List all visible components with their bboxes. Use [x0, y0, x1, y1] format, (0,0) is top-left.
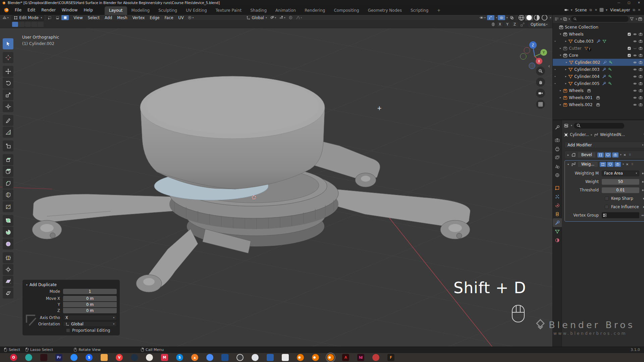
taskbar-premiere-icon[interactable]: Pr [55, 354, 62, 361]
render-visibility-icon[interactable] [639, 67, 643, 72]
exclude-checkbox-icon[interactable] [627, 32, 631, 36]
vertex-group-input[interactable] [602, 212, 639, 218]
expand-bevel-icon[interactable]: ▸ [566, 153, 570, 156]
mode-field[interactable]: 1 [63, 289, 117, 294]
zoom-button[interactable] [536, 66, 545, 76]
tool-bevel[interactable] [3, 178, 13, 189]
tool-loop-cut[interactable] [3, 189, 13, 200]
tab-modeling[interactable]: Modeling [127, 6, 154, 15]
expand-icon[interactable]: ▸ [564, 61, 569, 64]
tool-cursor[interactable] [3, 52, 13, 63]
threshold-field[interactable]: 0.01 [602, 187, 639, 193]
outliner-row-core-collection[interactable]: ▾ Core [553, 52, 644, 59]
weighted-editmode-toggle[interactable] [600, 162, 606, 167]
tool-inset-faces[interactable] [3, 166, 13, 177]
taskbar-fl-studio-icon[interactable]: F [387, 354, 394, 361]
hidden-eye-icon[interactable] [633, 46, 637, 50]
move-x-field[interactable]: 0 m [63, 296, 117, 301]
menu-file[interactable]: File [12, 6, 24, 14]
device-model[interactable] [32, 76, 470, 292]
tab-view-layer[interactable] [553, 153, 562, 162]
unlink-scene-icon[interactable]: ✕ [594, 8, 598, 12]
animate-dot[interactable] [642, 189, 644, 191]
tool-spin[interactable] [3, 227, 13, 238]
expand-icon[interactable]: ▾ [558, 33, 563, 36]
orientation-dropdown[interactable]: Global ▾ [245, 15, 268, 20]
weighted-delete-icon[interactable]: ✕ [625, 163, 630, 166]
viewport-canvas[interactable]: User Orthographic (1) Cylinder.002 + [0, 28, 552, 347]
transform-pivot-dropdown[interactable]: ▾ [186, 15, 195, 20]
tool-annotate[interactable] [3, 115, 13, 126]
taskbar-zoom-icon[interactable] [70, 354, 77, 361]
tab-uv-editing[interactable]: UV Editing [181, 6, 211, 15]
proportional-editing-button[interactable] [287, 15, 294, 20]
animate-dot[interactable] [642, 173, 644, 174]
taskbar-blender-1-icon[interactable] [297, 354, 304, 361]
tool-transform[interactable] [3, 101, 13, 112]
hide-eye-icon[interactable] [633, 82, 637, 86]
expand-icon[interactable]: ▸ [558, 47, 563, 50]
hide-eye-icon[interactable] [633, 75, 637, 79]
shading-rendered-button[interactable] [541, 15, 548, 20]
taskbar-notepad-icon[interactable] [282, 354, 289, 361]
gizmos-toggle[interactable] [487, 15, 494, 20]
bevel-name[interactable]: Bevel [578, 152, 595, 157]
properties-editor-chevron-icon[interactable]: ▾ [571, 124, 572, 127]
render-visibility-icon[interactable] [639, 60, 643, 64]
viewport-menu-uv[interactable]: UV [176, 15, 186, 20]
hide-eye-icon[interactable] [633, 32, 637, 36]
weighting-mode-dropdown[interactable]: Face Area ▾ [602, 171, 639, 176]
filter-chevron-icon[interactable]: ▾ [636, 18, 637, 20]
expand-icon[interactable]: ▸ [564, 82, 568, 85]
viewport-menu-add[interactable]: Add [102, 15, 114, 20]
outliner-row-wheels-collection[interactable]: ▾ Wheels [553, 31, 644, 38]
editor-type-button[interactable]: ▾ [1, 15, 10, 20]
new-collection-icon[interactable] [638, 17, 642, 21]
taskbar-globe-browser-icon[interactable] [131, 354, 138, 361]
expand-icon[interactable]: ▸ [558, 89, 563, 92]
tab-tool[interactable] [553, 123, 562, 132]
tab-compositing[interactable]: Compositing [329, 6, 363, 15]
gizmo-y-axis[interactable]: Y [542, 51, 545, 54]
camera-view-button[interactable] [536, 89, 545, 98]
viewport-menu-select[interactable]: Select [86, 15, 102, 20]
visibility-dropdown[interactable]: ▾ [478, 15, 487, 20]
taskbar-outlook-icon[interactable] [221, 354, 228, 361]
close-button[interactable]: ✕ [634, 0, 644, 5]
scene-chevron-icon[interactable]: ▾ [570, 8, 573, 12]
bevel-drag-handle[interactable]: ⠿ [629, 153, 631, 156]
tool-smooth[interactable] [3, 238, 13, 250]
view-layer-chevron-icon[interactable]: ▾ [605, 8, 608, 12]
render-visibility-icon[interactable] [639, 96, 643, 100]
shading-material-button[interactable] [533, 15, 541, 20]
face-select-button[interactable] [61, 15, 69, 20]
menu-window[interactable]: Window [59, 6, 80, 14]
taskbar-folder-icon[interactable] [101, 354, 108, 361]
hide-eye-icon[interactable] [633, 96, 637, 100]
viewport-menu-face[interactable]: Face [162, 15, 176, 20]
outliner-editor-chevron-icon[interactable]: ▾ [569, 18, 570, 20]
snap-target-button[interactable]: ▾ [278, 15, 286, 20]
taskbar-blender-2-icon[interactable] [312, 354, 319, 361]
gizmos-chevron-icon[interactable]: ▾ [496, 16, 497, 19]
taskbar-camera-ring-icon[interactable] [236, 354, 244, 361]
outliner-editor-icon[interactable] [563, 17, 567, 21]
outliner-search-input[interactable] [571, 16, 629, 22]
pan-button[interactable] [536, 78, 545, 87]
weight-field[interactable]: 50 [602, 179, 639, 185]
modifier-wrench-icon[interactable] [602, 75, 606, 79]
overlays-toggle[interactable] [498, 15, 505, 20]
tab-render[interactable] [553, 136, 562, 144]
perspective-toggle-button[interactable] [536, 100, 545, 109]
hide-eye-icon[interactable] [633, 60, 637, 64]
shading-solid-button[interactable] [525, 15, 533, 20]
move-y-field[interactable]: 0 m [63, 302, 117, 307]
mesh-icon[interactable] [602, 39, 606, 43]
menu-render[interactable]: Render [38, 6, 59, 14]
taskbar-vlc-icon[interactable]: ▲ [191, 354, 198, 361]
taskbar-chrome-2-icon[interactable] [252, 354, 259, 361]
tool-knife[interactable] [3, 201, 13, 212]
tab-modifiers-active[interactable] [553, 218, 562, 227]
operator-panel[interactable]: ▾ Add Duplicate Mode 1 Move X 0 m Y 0 m [22, 279, 120, 336]
tab-output[interactable] [553, 144, 562, 153]
